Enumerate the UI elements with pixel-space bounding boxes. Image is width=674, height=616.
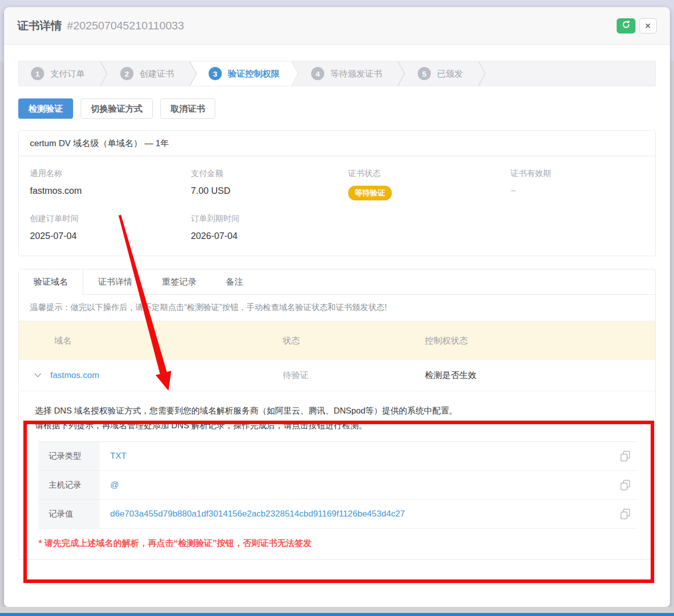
dns-row-host-record: 主机记录 @ (39, 471, 636, 500)
field-label: 证书有效期 (511, 168, 644, 179)
field-cert-status: 证书状态 等待验证 (348, 168, 511, 200)
field-label: 创建订单时间 (30, 214, 191, 224)
field-common-name: 通用名称 fastmos.com (30, 168, 191, 200)
dns-row-label: 主机记录 (39, 471, 99, 499)
order-number: #202507045210110033 (67, 19, 184, 32)
close-button[interactable]: × (639, 18, 657, 33)
step-label: 支付订单 (50, 68, 85, 80)
col-status: 状态 (283, 335, 425, 347)
field-expire-time: 订单到期时间 2026-07-04 (191, 214, 348, 242)
step-label: 已颁发 (437, 68, 463, 80)
domain-status: 待验证 (283, 370, 309, 380)
field-value: ~ (511, 186, 644, 196)
refresh-button[interactable] (617, 18, 635, 33)
warm-tip: 温馨提示：做完以下操作后，请不定期点击“检测验证”按钮，手动检查域名验证状态和证… (19, 295, 655, 321)
action-buttons: 检测验证 切换验证方式 取消证书 (18, 98, 656, 119)
order-info-card: certum DV 域名级（单域名） — 1年 通用名称 fastmos.com… (18, 130, 656, 256)
step-label: 创建证书 (140, 68, 174, 80)
refresh-icon (622, 20, 630, 31)
detail-tabs-card: 验证域名 证书详情 重签记录 备注 温馨提示：做完以下操作后，请不定期点击“检测… (18, 269, 656, 560)
dns-verify-panel: 选择 DNS 域名授权验证方式，您需要到您的域名解析服务商（如阿里云、腾讯、DN… (19, 391, 655, 549)
tab-cert-detail[interactable]: 证书详情 (83, 269, 147, 294)
dns-desc-line1: 选择 DNS 域名授权验证方式，您需要到您的域名解析服务商（如阿里云、腾讯、DN… (35, 403, 636, 418)
dns-record-table: 记录类型 TXT 主机记录 @ 记录值 (39, 441, 636, 529)
field-label: 通用名称 (30, 168, 191, 179)
domain-table-row: fastmos.com 待验证 检测是否生效 (19, 360, 655, 391)
step-wizard: 1 支付订单 2 创建证书 3 验证控制权限 4 等待颁发证书 5 已颁发 (18, 61, 656, 86)
modal-header: 证书详情 #202507045210110033 × (4, 7, 670, 45)
step-number: 4 (311, 67, 324, 80)
step-label: 等待颁发证书 (330, 68, 382, 80)
domain-link[interactable]: fastmos.com (50, 370, 99, 381)
step-number: 5 (418, 67, 431, 80)
status-badge: 等待验证 (348, 186, 392, 200)
copy-icon[interactable] (620, 508, 630, 520)
field-value: 2025-07-04 (30, 231, 191, 242)
field-value: 7.00 USD (191, 186, 348, 196)
dns-row-value: d6e703a455d79b880a1df3014156e2acb2328514… (99, 500, 610, 528)
col-control-status: 控制权状态 (425, 335, 655, 347)
field-cert-validity: 证书有效期 ~ (511, 168, 644, 200)
domain-table-header: 域名 状态 控制权状态 (19, 321, 655, 360)
dns-row-label: 记录类型 (39, 442, 99, 470)
step-number: 3 (209, 67, 222, 80)
step-number: 2 (120, 67, 133, 80)
field-value: 2026-07-04 (191, 231, 348, 242)
product-title: certum DV 域名级（单域名） — 1年 (19, 131, 655, 156)
tab-bar: 验证域名 证书详情 重签记录 备注 (19, 269, 655, 295)
control-status-link[interactable]: 检测是否生效 (425, 370, 477, 380)
field-label: 订单到期时间 (191, 214, 348, 224)
certificate-detail-modal: 证书详情 #202507045210110033 × 1 支付订单 2 创建证书 (4, 7, 670, 607)
page-title: 证书详情 (17, 18, 62, 33)
step-wait-issue: 4 等待颁发证书 (299, 61, 397, 86)
step-create-cert: 2 创建证书 (108, 61, 189, 86)
check-verify-button[interactable]: 检测验证 (18, 98, 73, 119)
step-number: 1 (31, 67, 44, 80)
dns-desc-line2: 请根据下列提示，再域名管理处添加 DNS 解析记录，操作完成后，请点击按钮进行检… (35, 418, 636, 433)
field-create-time: 创建订单时间 2025-07-04 (30, 214, 191, 242)
field-label: 证书状态 (348, 168, 511, 179)
page-bottom-accent (0, 613, 674, 616)
dns-row-record-type: 记录类型 TXT (39, 442, 636, 471)
dns-row-label: 记录值 (39, 500, 99, 528)
cancel-cert-button[interactable]: 取消证书 (160, 98, 215, 119)
copy-icon[interactable] (620, 451, 630, 462)
step-label: 验证控制权限 (228, 68, 280, 80)
col-domain: 域名 (19, 335, 283, 347)
step-issued: 5 已颁发 (406, 61, 478, 86)
dns-warning-text: * 请先完成上述域名的解析，再点击“检测验证”按钮，否则证书无法签发 (39, 537, 636, 549)
modal-body: 1 支付订单 2 创建证书 3 验证控制权限 4 等待颁发证书 5 已颁发 (4, 45, 670, 560)
dns-row-record-value: 记录值 d6e703a455d79b880a1df3014156e2acb232… (39, 500, 636, 529)
field-pay-amount: 支付金额 7.00 USD (191, 168, 348, 200)
step-chevron-icon (100, 61, 108, 86)
step-chevron-icon (478, 61, 486, 86)
step-verify-control: 3 验证控制权限 (190, 61, 298, 86)
step-pay-order: 1 支付订单 (19, 61, 100, 86)
order-fields: 通用名称 fastmos.com 支付金额 7.00 USD 证书状态 等待验证… (19, 156, 655, 256)
copy-icon[interactable] (620, 480, 630, 491)
dns-row-value: @ (99, 471, 610, 499)
tab-verify-domain[interactable]: 验证域名 (19, 269, 83, 295)
chevron-down-icon[interactable] (34, 373, 42, 378)
field-value: fastmos.com (30, 186, 191, 196)
dns-row-value: TXT (99, 442, 610, 470)
tab-reissue-record[interactable]: 重签记录 (147, 269, 211, 294)
tab-remark[interactable]: 备注 (211, 269, 258, 294)
close-icon: × (645, 20, 651, 31)
switch-verify-method-button[interactable]: 切换验证方式 (81, 98, 153, 119)
step-chevron-icon (397, 61, 406, 86)
field-label: 支付金额 (191, 168, 348, 179)
